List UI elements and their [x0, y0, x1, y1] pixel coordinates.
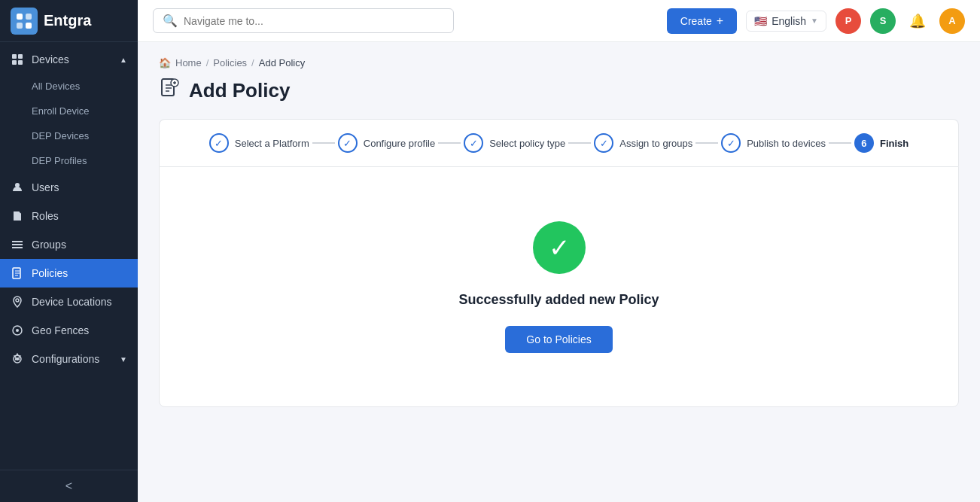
svg-rect-2 [17, 23, 23, 29]
chevron-down-icon: ▼ [120, 355, 127, 364]
file-icon [11, 209, 24, 223]
step-3-label: Select policy type [489, 138, 565, 149]
policy-icon [11, 266, 24, 280]
svg-rect-3 [26, 23, 32, 29]
sidebar-item-geo-fences-label: Geo Fences [32, 324, 89, 336]
sidebar-item-devices-label: Devices [32, 53, 69, 65]
sidebar-item-dep-devices[interactable]: DEP Devices [0, 123, 138, 148]
sidebar-item-configurations[interactable]: Configurations ▼ [0, 345, 138, 373]
logo-icon [11, 8, 38, 35]
sidebar-item-users[interactable]: Users [0, 173, 138, 202]
step-line-3 [568, 142, 591, 144]
step-6-circle: 6 [854, 133, 874, 153]
breadcrumb-sep-1: / [206, 57, 209, 68]
location-icon [11, 295, 24, 309]
groups-icon [11, 238, 24, 251]
step-2-circle: ✓ [338, 133, 358, 153]
sidebar-item-users-label: Users [32, 181, 59, 193]
step-configure-profile: ✓ Configure profile [338, 133, 435, 153]
sidebar-collapse-button[interactable]: < [0, 470, 138, 502]
success-card: ✓ Successfully added new Policy Go to Po… [159, 166, 959, 407]
step-2-label: Configure profile [364, 138, 435, 149]
sidebar-item-dep-profiles[interactable]: DEP Profiles [0, 148, 138, 173]
sidebar-item-roles-label: Roles [32, 210, 59, 222]
sidebar-nav: Devices ▲ All Devices Enroll Device DEP … [0, 42, 138, 470]
step-5-circle: ✓ [721, 133, 741, 153]
create-button[interactable]: Create + [667, 8, 737, 34]
step-5-label: Publish to devices [747, 138, 826, 149]
sidebar-item-device-locations[interactable]: Device Locations [0, 288, 138, 316]
success-icon: ✓ [533, 221, 586, 274]
sidebar-item-enroll-device[interactable]: Enroll Device [0, 99, 138, 123]
grid-icon [11, 53, 24, 66]
content-area: 🏠 Home / Policies / Add Policy Add Polic… [138, 42, 980, 502]
chevron-up-icon: ▲ [120, 56, 127, 64]
step-assign-groups: ✓ Assign to groups [594, 133, 692, 153]
step-1-label: Select a Platform [235, 138, 309, 149]
success-checkmark: ✓ [549, 235, 570, 260]
sidebar-item-configurations-label: Configurations [32, 353, 99, 365]
topbar: 🔍 Create + 🇺🇸 English ▼ P S 🔔 A [138, 0, 980, 42]
config-icon [11, 352, 24, 366]
svg-rect-1 [26, 14, 32, 20]
avatar-a[interactable]: A [939, 8, 965, 34]
sidebar-item-all-devices[interactable]: All Devices [0, 74, 138, 99]
step-3-circle: ✓ [464, 133, 483, 153]
notification-bell[interactable]: 🔔 [905, 8, 930, 34]
svg-point-14 [16, 357, 19, 361]
sidebar-item-groups[interactable]: Groups [0, 230, 138, 259]
go-to-policies-button[interactable]: Go to Policies [505, 326, 612, 353]
search-input[interactable] [184, 15, 444, 27]
lang-chevron-icon: ▼ [811, 17, 818, 25]
logo-text: Entgra [44, 12, 91, 29]
sidebar: Entgra Devices ▲ All Devices Enroll Devi… [0, 0, 138, 502]
add-policy-icon [159, 78, 180, 104]
page-title-area: Add Policy [159, 78, 959, 104]
stepper: ✓ Select a Platform ✓ Configure profile … [159, 119, 959, 166]
breadcrumb-policies[interactable]: Policies [213, 57, 247, 68]
step-line-5 [829, 142, 851, 144]
svg-rect-5 [18, 54, 23, 59]
avatar-p[interactable]: P [835, 8, 861, 34]
breadcrumb-home[interactable]: Home [175, 57, 202, 68]
sidebar-item-policies[interactable]: Policies [0, 259, 138, 288]
step-line-1 [312, 142, 335, 144]
user-icon [11, 181, 24, 194]
step-1-circle: ✓ [209, 133, 229, 153]
sidebar-item-groups-label: Groups [32, 239, 66, 251]
home-icon: 🏠 [159, 57, 171, 68]
breadcrumb-current: Add Policy [259, 57, 305, 68]
step-select-policy-type: ✓ Select policy type [464, 133, 565, 153]
language-label: English [772, 15, 806, 27]
sidebar-item-policies-label: Policies [32, 267, 68, 279]
step-4-circle: ✓ [594, 133, 613, 153]
svg-rect-7 [18, 60, 23, 65]
svg-rect-6 [12, 60, 17, 65]
step-finish: 6 Finish [854, 133, 908, 153]
step-select-platform: ✓ Select a Platform [209, 133, 309, 153]
search-bar[interactable]: 🔍 [153, 8, 454, 33]
sidebar-item-geo-fences[interactable]: Geo Fences [0, 316, 138, 345]
step-publish-devices: ✓ Publish to devices [721, 133, 826, 153]
svg-point-12 [16, 329, 19, 332]
plus-icon: + [717, 14, 723, 28]
flag-icon: 🇺🇸 [754, 15, 767, 27]
sidebar-item-roles[interactable]: Roles [0, 202, 138, 230]
svg-rect-0 [17, 14, 23, 20]
sidebar-item-devices[interactable]: Devices ▲ [0, 45, 138, 74]
sidebar-logo[interactable]: Entgra [0, 0, 138, 42]
step-line-2 [438, 142, 461, 144]
search-icon: 🔍 [163, 14, 178, 28]
breadcrumb-sep-2: / [251, 57, 254, 68]
sidebar-item-device-locations-label: Device Locations [32, 296, 112, 308]
avatar-s[interactable]: S [870, 8, 896, 34]
main-area: 🔍 Create + 🇺🇸 English ▼ P S 🔔 A 🏠 Home /… [138, 0, 980, 502]
breadcrumb: 🏠 Home / Policies / Add Policy [159, 57, 959, 68]
svg-point-10 [16, 299, 19, 302]
create-label: Create [680, 15, 712, 27]
success-message: Successfully added new Policy [458, 292, 659, 308]
step-4-label: Assign to groups [619, 138, 692, 149]
language-selector[interactable]: 🇺🇸 English ▼ [746, 11, 826, 32]
page-title: Add Policy [189, 79, 290, 102]
svg-rect-4 [12, 54, 17, 59]
